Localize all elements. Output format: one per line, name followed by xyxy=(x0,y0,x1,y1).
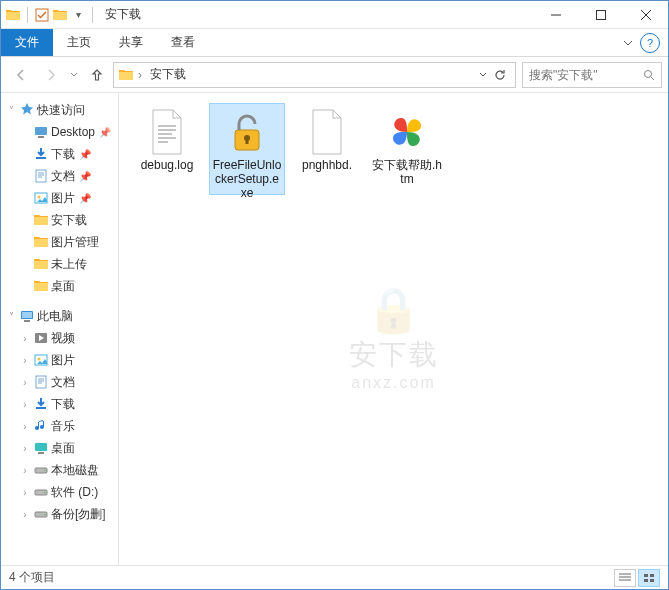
file-item[interactable]: pnghhbd. xyxy=(289,103,365,195)
search-input[interactable] xyxy=(529,68,637,82)
svg-rect-29 xyxy=(650,579,654,582)
folder-icon xyxy=(5,7,21,23)
tree-item[interactable]: 桌面 xyxy=(1,275,118,297)
expand-icon[interactable]: › xyxy=(19,509,31,520)
tree-item[interactable]: 下载📌 xyxy=(1,143,118,165)
tree-item[interactable]: ›图片 xyxy=(1,349,118,371)
file-list[interactable]: debug.logFreeFileUnlockerSetup.exepnghhb… xyxy=(119,93,668,565)
tree-item[interactable]: ›备份[勿删] xyxy=(1,503,118,525)
svg-rect-9 xyxy=(22,312,32,318)
window-title: 安下载 xyxy=(105,6,141,23)
search-icon xyxy=(643,69,655,81)
expand-icon[interactable]: › xyxy=(19,377,31,388)
up-button[interactable] xyxy=(83,61,111,89)
tree-item[interactable]: ›本地磁盘 xyxy=(1,459,118,481)
file-item[interactable]: FreeFileUnlockerSetup.exe xyxy=(209,103,285,195)
file-icon xyxy=(303,108,351,156)
expand-icon[interactable]: › xyxy=(19,487,31,498)
address-dropdown-icon[interactable] xyxy=(479,71,487,79)
svg-rect-10 xyxy=(24,320,30,322)
collapse-icon[interactable]: ˅ xyxy=(5,311,17,322)
tree-item[interactable]: 文档📌 xyxy=(1,165,118,187)
tree-item[interactable]: 未上传 xyxy=(1,253,118,275)
folder-icon xyxy=(33,234,49,250)
tree-item[interactable]: 安下载 xyxy=(1,209,118,231)
download-icon xyxy=(33,146,49,162)
checkbox-icon[interactable] xyxy=(34,7,50,23)
ribbon-expand-icon[interactable] xyxy=(618,38,638,48)
svg-point-7 xyxy=(38,196,41,199)
folder-icon xyxy=(118,67,134,83)
forward-button[interactable] xyxy=(37,61,65,89)
details-view-button[interactable] xyxy=(614,569,636,587)
expand-icon[interactable]: › xyxy=(19,421,31,432)
tree-item[interactable]: 图片📌 xyxy=(1,187,118,209)
ribbon-tab-home[interactable]: 主页 xyxy=(53,29,105,56)
tree-item[interactable]: ›文档 xyxy=(1,371,118,393)
qat-dropdown-icon[interactable]: ▾ xyxy=(70,7,86,23)
file-item[interactable]: debug.log xyxy=(129,103,205,195)
collapse-icon[interactable]: ˅ xyxy=(5,105,17,116)
ribbon-tab-share[interactable]: 共享 xyxy=(105,29,157,56)
star-icon xyxy=(19,102,35,118)
svg-rect-1 xyxy=(596,10,605,19)
tree-item[interactable]: ›桌面 xyxy=(1,437,118,459)
expand-icon[interactable]: › xyxy=(19,355,31,366)
doc-icon xyxy=(33,168,49,184)
pc-icon xyxy=(19,308,35,324)
search-box[interactable] xyxy=(522,62,662,88)
svg-point-2 xyxy=(645,70,652,77)
svg-rect-4 xyxy=(38,136,44,138)
refresh-button[interactable] xyxy=(493,68,507,82)
file-name: FreeFileUnlockerSetup.exe xyxy=(212,158,282,200)
expand-icon[interactable]: › xyxy=(19,333,31,344)
folder-icon xyxy=(33,212,49,228)
folder-small-icon[interactable] xyxy=(52,7,68,23)
drive-icon xyxy=(33,506,49,522)
expand-icon[interactable]: › xyxy=(19,443,31,454)
svg-rect-5 xyxy=(36,170,46,182)
breadcrumb[interactable]: 安下载 xyxy=(146,66,190,83)
pic-icon xyxy=(33,190,49,206)
tree-item[interactable]: ›音乐 xyxy=(1,415,118,437)
tree-quick-access[interactable]: ˅ 快速访问 xyxy=(1,99,118,121)
nav-tree[interactable]: ˅ 快速访问 Desktop📌下载📌文档📌图片📌安下载图片管理未上传桌面 ˅ 此… xyxy=(1,93,119,565)
expand-icon[interactable]: › xyxy=(19,465,31,476)
desktop-icon xyxy=(33,124,49,140)
expand-icon[interactable]: › xyxy=(19,399,31,410)
chevron-right-icon[interactable]: › xyxy=(138,68,142,82)
file-icon xyxy=(383,108,431,156)
tree-item[interactable]: ›下载 xyxy=(1,393,118,415)
tree-this-pc[interactable]: ˅ 此电脑 xyxy=(1,305,118,327)
help-button[interactable]: ? xyxy=(640,33,660,53)
svg-point-22 xyxy=(44,514,46,516)
ribbon-tab-view[interactable]: 查看 xyxy=(157,29,209,56)
recent-dropdown-icon[interactable] xyxy=(67,61,81,89)
tree-item[interactable]: ›视频 xyxy=(1,327,118,349)
icons-view-button[interactable] xyxy=(638,569,660,587)
minimize-button[interactable] xyxy=(533,1,578,29)
file-icon xyxy=(223,108,271,156)
svg-rect-15 xyxy=(35,443,47,451)
file-name: 安下载帮助.htm xyxy=(372,158,442,186)
pic-icon xyxy=(33,352,49,368)
file-item[interactable]: 安下载帮助.htm xyxy=(369,103,445,195)
tree-item[interactable]: 图片管理 xyxy=(1,231,118,253)
svg-rect-14 xyxy=(36,376,46,388)
address-bar[interactable]: › 安下载 xyxy=(113,62,516,88)
tree-item[interactable]: Desktop📌 xyxy=(1,121,118,143)
svg-rect-25 xyxy=(246,138,249,144)
back-button[interactable] xyxy=(7,61,35,89)
drive-icon xyxy=(33,462,49,478)
svg-rect-3 xyxy=(35,127,47,135)
download-icon xyxy=(33,396,49,412)
ribbon-file-tab[interactable]: 文件 xyxy=(1,29,53,56)
music-icon xyxy=(33,418,49,434)
drive-icon xyxy=(33,484,49,500)
svg-point-13 xyxy=(38,358,41,361)
file-name: debug.log xyxy=(141,158,194,172)
maximize-button[interactable] xyxy=(578,1,623,29)
close-button[interactable] xyxy=(623,1,668,29)
tree-item[interactable]: ›软件 (D:) xyxy=(1,481,118,503)
ribbon: 文件 主页 共享 查看 ? xyxy=(1,29,668,57)
